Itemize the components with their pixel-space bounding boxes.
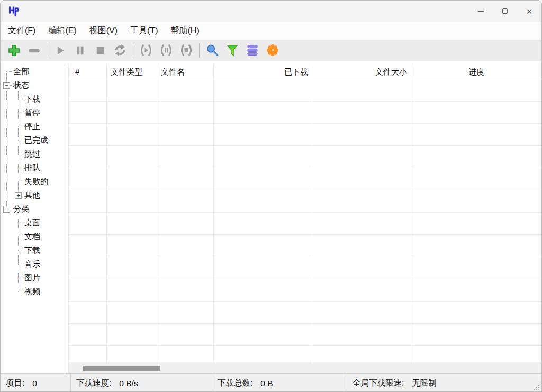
tree-item-全部[interactable]: 全部 [1, 65, 65, 78]
close-button[interactable]: ✕ [517, 1, 541, 22]
tree-item-label: 失败的 [24, 177, 48, 186]
options-button[interactable] [263, 41, 283, 59]
column-header-1[interactable]: # [69, 65, 107, 79]
tree-item-排队[interactable]: 排队 [1, 161, 65, 175]
expand-icon[interactable]: + [15, 192, 22, 199]
tree-connector-line [18, 216, 19, 291]
tree-item-停止[interactable]: 停止 [1, 120, 65, 133]
search-button[interactable] [202, 41, 222, 59]
table-cell [214, 146, 312, 168]
table-cell [157, 102, 214, 124]
column-header-5[interactable]: 文件大小 [312, 65, 411, 79]
table-cell [107, 324, 157, 346]
tree-item-label: 文档 [24, 232, 40, 241]
status-label: 全局下载限速: [353, 378, 404, 389]
column-header-4[interactable]: 已下载 [214, 65, 312, 79]
column-header-2[interactable]: 文件类型 [107, 65, 157, 79]
tree-item-桌面[interactable]: 桌面 [1, 216, 65, 230]
column-header-6[interactable]: 进度 [411, 65, 541, 79]
status-value: 0 B [260, 379, 273, 388]
column-header-3[interactable]: 文件名 [157, 65, 214, 79]
table-cell [157, 302, 214, 324]
status-label: 项目: [6, 378, 24, 389]
table-cell [69, 346, 107, 362]
status-value: 0 [32, 379, 37, 388]
menu-item-1[interactable]: 文件(F) [2, 23, 42, 39]
table-cell [214, 324, 312, 346]
table-row [69, 235, 541, 257]
table-cell [69, 146, 107, 168]
tree-item-失败的[interactable]: 失败的 [1, 175, 65, 188]
add-download-button[interactable] [4, 41, 24, 59]
pause-all-button[interactable] [156, 41, 176, 59]
stop-button[interactable] [90, 41, 110, 59]
maximize-icon [502, 8, 508, 14]
horizontal-scrollbar[interactable] [69, 362, 541, 373]
table-cell [411, 213, 541, 235]
tree-item-视频[interactable]: 视频 [1, 285, 65, 298]
table-cell [107, 346, 157, 362]
table-cell [312, 257, 411, 279]
start-all-button[interactable] [136, 41, 156, 59]
table-row [69, 324, 541, 346]
tree-item-下载[interactable]: 下载 [1, 243, 65, 257]
menu-item-5[interactable]: 帮助(H) [165, 23, 206, 39]
collapse-icon[interactable]: − [3, 82, 10, 89]
pause-button[interactable] [70, 41, 90, 59]
table-cell [411, 279, 541, 302]
table-cell [214, 279, 312, 302]
tree-item-label: 状态 [13, 80, 29, 89]
table-cell [157, 324, 214, 346]
tree-item-状态[interactable]: −状态 [1, 78, 65, 92]
tree-item-音乐[interactable]: 音乐 [1, 257, 65, 271]
filter-button[interactable] [222, 41, 242, 59]
tree-item-文档[interactable]: 文档 [1, 230, 65, 243]
tree-item-暂停[interactable]: 暂停 [1, 106, 65, 120]
table-cell [107, 79, 157, 102]
table-cell [69, 213, 107, 235]
table-row [69, 213, 541, 235]
tree-item-label: 其他 [24, 190, 40, 199]
table-cell [411, 324, 541, 346]
table-header: #文件类型文件名已下载文件大小进度 [69, 65, 541, 79]
table-row [69, 168, 541, 190]
queue-button[interactable] [242, 41, 263, 59]
resize-grip-icon[interactable] [538, 389, 539, 390]
stop-all-button[interactable] [176, 41, 196, 59]
search-icon [205, 43, 219, 57]
filter-icon [225, 43, 239, 57]
remove-download-button[interactable] [24, 41, 44, 59]
table-cell [69, 279, 107, 302]
table-cell [214, 124, 312, 146]
start-button[interactable] [50, 41, 70, 59]
table-cell [214, 346, 312, 362]
table-cell [157, 79, 214, 102]
tree-item-分类[interactable]: −分类 [1, 202, 65, 216]
status-label: 下载速度: [76, 378, 111, 389]
maximize-button[interactable] [493, 1, 517, 22]
collapse-icon[interactable]: − [3, 206, 10, 213]
tree-item-下载[interactable]: 下载 [1, 92, 65, 106]
tree-item-图片[interactable]: 图片 [1, 271, 65, 285]
menu-item-4[interactable]: 工具(T) [124, 23, 164, 39]
table-cell [107, 213, 157, 235]
menu-item-2[interactable]: 编辑(E) [42, 23, 83, 39]
table-cell [69, 190, 107, 213]
scrollbar-thumb[interactable] [83, 366, 160, 371]
table-cell [69, 235, 107, 257]
table-cell [157, 190, 214, 213]
status-bar: 项目:0下载速度:0 B/s下载总数:0 B全局下载限速:无限制 [1, 373, 541, 392]
plus-icon [7, 43, 21, 58]
tree-item-跳过[interactable]: 跳过 [1, 147, 65, 161]
tree-item-其他[interactable]: +其他 [1, 188, 65, 202]
category-tree: 全部−状态下载暂停停止已完成跳过排队失败的+其他−分类桌面文档下载音乐图片视频 [1, 65, 65, 373]
menu-item-3[interactable]: 视图(V) [83, 23, 124, 39]
table-cell [69, 302, 107, 324]
restart-button[interactable] [110, 41, 130, 59]
play-icon [53, 44, 67, 57]
close-icon: ✕ [526, 7, 533, 15]
table-row [69, 257, 541, 279]
table-cell [312, 146, 411, 168]
tree-item-已完成[interactable]: 已完成 [1, 133, 65, 147]
minimize-button[interactable] [468, 1, 493, 22]
